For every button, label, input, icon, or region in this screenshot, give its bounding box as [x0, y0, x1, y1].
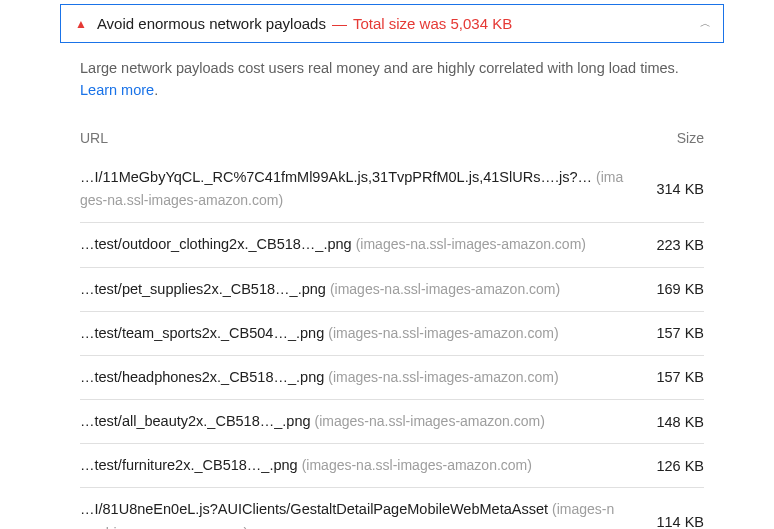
- table-row: …test/team_sports2x._CB504…_.png (images…: [80, 312, 704, 356]
- size-cell: 314 KB: [644, 181, 704, 197]
- table-header: URL Size: [80, 124, 704, 156]
- url-cell: …test/team_sports2x._CB504…_.png (images…: [80, 322, 644, 345]
- warning-icon: ▲: [75, 18, 87, 30]
- url-cell: …test/pet_supplies2x._CB518…_.png (image…: [80, 278, 644, 301]
- description-text: Large network payloads cost users real m…: [80, 60, 679, 76]
- audit-title: Avoid enormous network payloads: [97, 15, 326, 32]
- url-text: …test/pet_supplies2x._CB518…_.png: [80, 281, 326, 297]
- separator: —: [332, 15, 347, 32]
- url-domain: (images-na.ssl-images-amazon.com): [328, 369, 558, 385]
- url-domain: (images-na.ssl-images-amazon.com): [356, 236, 586, 252]
- size-cell: 148 KB: [644, 414, 704, 430]
- size-cell: 157 KB: [644, 369, 704, 385]
- table-row: …I/81U8neEn0eL.js?AUIClients/GestaltDeta…: [80, 488, 704, 529]
- table-row: …test/headphones2x._CB518…_.png (images-…: [80, 356, 704, 400]
- url-text: …test/all_beauty2x._CB518…_.png: [80, 413, 311, 429]
- url-domain: (images-na.ssl-images-amazon.com): [315, 413, 545, 429]
- col-size: Size: [677, 130, 704, 146]
- table-row: …test/all_beauty2x._CB518…_.png (images-…: [80, 400, 704, 444]
- table-row: …test/outdoor_clothing2x._CB518…_.png (i…: [80, 223, 704, 267]
- payload-table: URL Size …I/11MeGbyYqCL._RC%7C41fmMl99Ak…: [80, 124, 704, 529]
- url-cell: …test/headphones2x._CB518…_.png (images-…: [80, 366, 644, 389]
- url-text: …test/furniture2x._CB518…_.png: [80, 457, 298, 473]
- col-url: URL: [80, 130, 108, 146]
- size-cell: 114 KB: [644, 514, 704, 529]
- url-cell: …I/81U8neEn0eL.js?AUIClients/GestaltDeta…: [80, 498, 644, 529]
- table-row: …test/furniture2x._CB518…_.png (images-n…: [80, 444, 704, 488]
- audit-header[interactable]: ▲ Avoid enormous network payloads — Tota…: [60, 4, 724, 43]
- url-text: …test/outdoor_clothing2x._CB518…_.png: [80, 236, 352, 252]
- size-cell: 157 KB: [644, 325, 704, 341]
- url-cell: …test/outdoor_clothing2x._CB518…_.png (i…: [80, 233, 644, 256]
- url-text: …test/headphones2x._CB518…_.png: [80, 369, 324, 385]
- table-row: …I/11MeGbyYqCL._RC%7C41fmMl99AkL.js,31Tv…: [80, 156, 704, 223]
- learn-more-link[interactable]: Learn more: [80, 82, 154, 98]
- audit-description: Large network payloads cost users real m…: [80, 57, 704, 102]
- url-text: …I/81U8neEn0eL.js?AUIClients/GestaltDeta…: [80, 501, 548, 517]
- table-row: …test/pet_supplies2x._CB518…_.png (image…: [80, 268, 704, 312]
- chevron-up-icon: ︿: [700, 16, 711, 31]
- url-text: …test/team_sports2x._CB504…_.png: [80, 325, 324, 341]
- size-cell: 169 KB: [644, 281, 704, 297]
- url-text: …I/11MeGbyYqCL._RC%7C41fmMl99AkL.js,31Tv…: [80, 169, 592, 185]
- total-size: Total size was 5,034 KB: [353, 15, 512, 32]
- url-cell: …test/furniture2x._CB518…_.png (images-n…: [80, 454, 644, 477]
- url-cell: …I/11MeGbyYqCL._RC%7C41fmMl99AkL.js,31Tv…: [80, 166, 644, 212]
- url-domain: (images-na.ssl-images-amazon.com): [302, 457, 532, 473]
- url-cell: …test/all_beauty2x._CB518…_.png (images-…: [80, 410, 644, 433]
- size-cell: 126 KB: [644, 458, 704, 474]
- url-domain: (images-na.ssl-images-amazon.com): [328, 325, 558, 341]
- size-cell: 223 KB: [644, 237, 704, 253]
- url-domain: (images-na.ssl-images-amazon.com): [330, 281, 560, 297]
